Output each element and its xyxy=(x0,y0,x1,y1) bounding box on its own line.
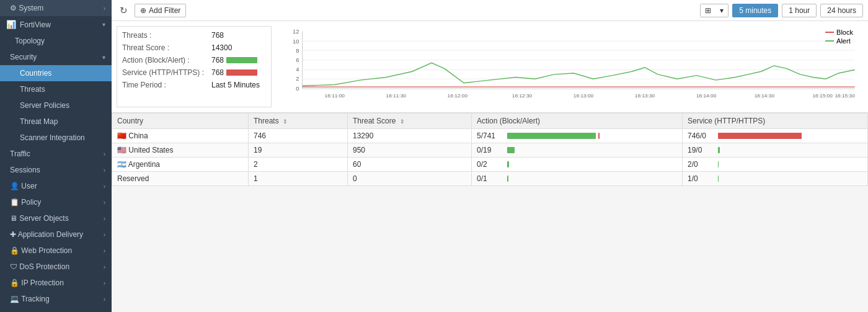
table-row[interactable]: 🇦🇷 Argentina260 0/2 2/0 xyxy=(112,158,868,172)
block-color xyxy=(825,32,834,33)
action-green-bar xyxy=(507,161,509,167)
chevron-right-icon: › xyxy=(104,199,105,206)
svg-text:16:15:30: 16:15:30 xyxy=(835,93,855,98)
sidebar-item-countries[interactable]: Countries xyxy=(0,65,112,81)
sidebar-item-policy[interactable]: 📋 Policy › xyxy=(0,194,112,210)
chart-legend: Block Alert xyxy=(825,29,853,45)
service-text: 19/0 xyxy=(688,146,715,154)
cell-service: 746/0 xyxy=(683,129,868,143)
cell-threats: 19 xyxy=(249,143,348,158)
service-text: 1/0 xyxy=(688,174,715,183)
sidebar-item-label: ⚙ System xyxy=(10,4,43,12)
service-value: 768 xyxy=(211,68,224,77)
chevron-right-icon: › xyxy=(104,296,105,303)
sidebar: ⚙ System › 📊 FortiView ▾ Topology Securi… xyxy=(0,0,112,312)
time-1hour-button[interactable]: 1 hour xyxy=(782,4,817,17)
svg-text:16:11:30: 16:11:30 xyxy=(386,93,407,98)
chevron-right-icon: › xyxy=(104,215,105,222)
sidebar-item-dos-protection[interactable]: 🛡 DoS Protection › xyxy=(0,259,112,275)
service-red-bar xyxy=(718,133,802,139)
svg-text:6: 6 xyxy=(296,57,299,63)
svg-text:0: 0 xyxy=(296,86,299,91)
sidebar-item-system[interactable]: ⚙ System › xyxy=(0,0,112,16)
grid-view-button[interactable]: ⊞ xyxy=(701,4,715,17)
sidebar-item-machine-learning[interactable]: ≡ Machine Learning › xyxy=(0,307,112,312)
svg-text:2: 2 xyxy=(296,76,299,81)
svg-text:16:12:30: 16:12:30 xyxy=(512,93,533,98)
action-green-bar xyxy=(507,176,508,182)
flag-icon: 🇦🇷 xyxy=(117,160,126,169)
sidebar-item-label: 💻 Tracking xyxy=(10,295,50,303)
sidebar-item-fortiview[interactable]: 📊 FortiView ▾ xyxy=(0,16,112,33)
svg-text:16:13:30: 16:13:30 xyxy=(635,93,655,98)
add-filter-button[interactable]: ⊕ Add Filter xyxy=(135,4,186,17)
sidebar-item-threats[interactable]: Threats xyxy=(0,81,112,97)
view-dropdown-button[interactable]: ▾ xyxy=(715,4,728,17)
sidebar-item-scanner-integration[interactable]: Scanner Integration xyxy=(0,130,112,146)
stat-service: Service (HTTP/HTTPS) : 768 xyxy=(122,66,266,79)
sidebar-item-security[interactable]: Security ▾ xyxy=(0,49,112,65)
service-text: 746/0 xyxy=(688,131,715,140)
threat-score-value: 14300 xyxy=(211,43,232,52)
sidebar-item-topology[interactable]: Topology xyxy=(0,33,112,49)
column-action[interactable]: Action (Block/Alert) xyxy=(472,114,683,129)
action-text: 0/1 xyxy=(477,174,505,183)
column-threat-score[interactable]: Threat Score ⇕ xyxy=(348,114,472,129)
sidebar-item-tracking[interactable]: 💻 Tracking › xyxy=(0,291,112,307)
sidebar-item-server-policies[interactable]: Server Policies xyxy=(0,97,112,114)
sidebar-item-label: Countries xyxy=(20,69,51,78)
countries-table: Country Threats ⇕ Threat Score ⇕ Action … xyxy=(112,113,868,186)
service-text: 2/0 xyxy=(688,160,715,169)
chevron-right-icon: › xyxy=(104,5,105,12)
service-label: Service (HTTP/HTTPS) : xyxy=(122,68,209,77)
table-body: 🇨🇳 China74613290 5/741 746/0 🇺🇸 United S… xyxy=(112,129,868,186)
table-row[interactable]: 🇺🇸 United States19950 0/19 19/0 xyxy=(112,143,868,158)
action-green-bar xyxy=(507,133,596,139)
sidebar-item-user[interactable]: 👤 User › xyxy=(0,178,112,194)
time-5min-button[interactable]: 5 minutes xyxy=(732,4,778,17)
time-24hours-button[interactable]: 24 hours xyxy=(820,4,863,17)
refresh-button[interactable]: ↻ xyxy=(117,3,131,18)
svg-text:16:13:00: 16:13:00 xyxy=(574,93,594,98)
cell-action: 0/19 xyxy=(472,143,683,158)
cell-country: 🇦🇷 Argentina xyxy=(112,158,249,172)
sidebar-item-traffic[interactable]: Traffic › xyxy=(0,146,112,162)
action-bar-green xyxy=(226,57,257,63)
action-text: 0/2 xyxy=(477,160,505,169)
column-threats[interactable]: Threats ⇕ xyxy=(249,114,348,129)
cell-action: 5/741 xyxy=(472,129,683,143)
sort-icon: ⇕ xyxy=(283,118,288,125)
sidebar-item-web-protection[interactable]: 🔒 Web Protection › xyxy=(0,243,112,259)
action-label: Action (Block/Alert) : xyxy=(122,56,209,65)
chevron-right-icon: › xyxy=(104,167,105,174)
column-country[interactable]: Country xyxy=(112,114,249,129)
cell-service: 2/0 xyxy=(683,158,868,172)
legend-alert: Alert xyxy=(825,37,853,45)
cell-country: Reserved xyxy=(112,172,249,186)
chevron-right-icon: › xyxy=(104,183,105,190)
svg-text:16:12:00: 16:12:00 xyxy=(448,93,468,98)
threats-label: Threats : xyxy=(122,31,209,40)
chevron-right-icon: › xyxy=(104,280,105,287)
stats-panel: Threats : 768 Threat Score : 14300 Actio… xyxy=(117,26,272,107)
sidebar-item-sessions[interactable]: Sessions › xyxy=(0,162,112,178)
sidebar-item-label: 👤 User xyxy=(10,182,37,190)
stat-time-period: Time Period : Last 5 Minutes xyxy=(122,79,266,91)
svg-text:12: 12 xyxy=(293,29,299,35)
alert-color xyxy=(825,40,834,42)
sidebar-item-application-delivery[interactable]: ✚ Application Delivery › xyxy=(0,226,112,243)
table-row[interactable]: Reserved10 0/1 1/0 xyxy=(112,172,868,186)
column-service[interactable]: Service (HTTP/HTTPS) xyxy=(683,114,868,129)
sidebar-item-ip-protection[interactable]: 🔒 IP Protection › xyxy=(0,275,112,291)
sidebar-item-server-objects[interactable]: 🖥 Server Objects › xyxy=(0,210,112,226)
svg-text:16:14:30: 16:14:30 xyxy=(755,93,775,98)
cell-country: 🇺🇸 United States xyxy=(112,143,249,158)
sidebar-item-threat-map[interactable]: Threat Map xyxy=(0,114,112,130)
table-row[interactable]: 🇨🇳 China74613290 5/741 746/0 xyxy=(112,129,868,143)
cell-threat-score: 60 xyxy=(348,158,472,172)
chart-panel: Block Alert xyxy=(272,26,863,107)
svg-text:8: 8 xyxy=(296,48,299,53)
svg-text:4: 4 xyxy=(296,67,299,73)
sidebar-item-label: Sessions xyxy=(10,166,40,174)
cell-threats: 1 xyxy=(249,172,348,186)
